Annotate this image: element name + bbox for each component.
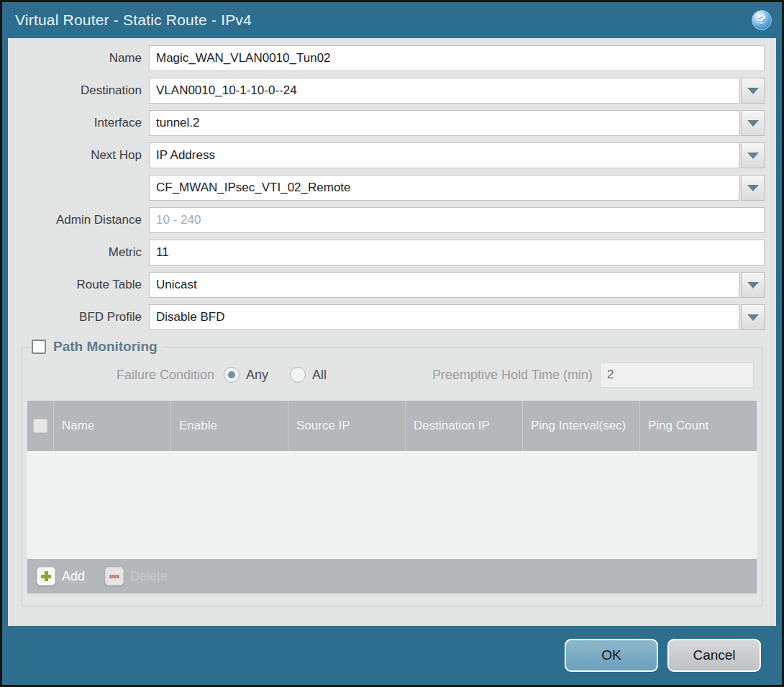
radio-any-label: Any	[246, 368, 268, 383]
dialog-content: Name Destination Interface Next Hop	[8, 38, 776, 626]
interface-dropdown-button[interactable]	[741, 110, 765, 136]
column-header-ping-interval: Ping Interval(sec)	[522, 401, 639, 451]
failure-condition-option-any[interactable]: Any	[224, 367, 268, 383]
next-hop-address-row	[8, 175, 776, 201]
name-row: Name	[8, 45, 776, 71]
table-header: Name Enable Source IP Destination IP Pin…	[27, 401, 757, 451]
chevron-down-icon	[747, 185, 759, 191]
path-monitoring-checkbox[interactable]	[32, 340, 46, 354]
dialog-title: Virtual Router - Static Route - IPv4	[15, 12, 252, 29]
route-table-row: Route Table	[8, 272, 776, 298]
chevron-down-icon	[747, 153, 759, 159]
chevron-down-icon	[747, 88, 759, 94]
table-body-empty	[27, 451, 757, 559]
path-monitoring-title: Path Monitoring	[53, 339, 158, 355]
path-monitoring-table: Name Enable Source IP Destination IP Pin…	[27, 401, 757, 593]
path-monitoring-section: Path Monitoring Failure Condition Any Al…	[22, 339, 762, 606]
metric-input[interactable]	[149, 240, 765, 265]
destination-input[interactable]	[149, 78, 739, 104]
dialog-footer: OK Cancel	[2, 626, 782, 685]
name-label: Name	[8, 51, 149, 65]
destination-row: Destination	[8, 78, 776, 104]
minus-icon	[105, 567, 124, 586]
radio-all-icon[interactable]	[290, 367, 306, 383]
preemptive-hold-time-label: Preemptive Hold Time (min)	[432, 368, 593, 383]
admin-distance-label: Admin Distance	[8, 213, 149, 227]
next-hop-row: Next Hop	[8, 142, 776, 168]
bfd-profile-dropdown-button[interactable]	[741, 304, 765, 330]
radio-any-icon[interactable]	[224, 367, 240, 383]
bfd-profile-label: BFD Profile	[8, 310, 149, 324]
route-table-label: Route Table	[8, 278, 149, 292]
metric-row: Metric	[8, 240, 776, 265]
preemptive-hold-time-input	[600, 363, 754, 388]
chevron-down-icon	[747, 314, 759, 321]
failure-condition-label: Failure Condition	[27, 368, 214, 383]
chevron-down-icon	[747, 282, 759, 288]
delete-button: Delete	[105, 567, 168, 586]
static-route-dialog: Virtual Router - Static Route - IPv4 ? N…	[0, 0, 784, 687]
table-action-bar: Add Delete	[27, 559, 757, 593]
column-header-name: Name	[53, 401, 170, 451]
column-header-source-ip: Source IP	[288, 401, 405, 451]
path-monitoring-legend: Path Monitoring	[29, 339, 164, 355]
bfd-profile-row: BFD Profile	[8, 304, 776, 330]
failure-condition-option-all[interactable]: All	[290, 367, 327, 383]
column-header-enable: Enable	[170, 401, 288, 451]
help-icon[interactable]: ?	[752, 10, 772, 30]
next-hop-label: Next Hop	[8, 148, 149, 163]
radio-all-label: All	[312, 368, 327, 383]
chevron-down-icon	[747, 120, 759, 127]
column-header-ping-count: Ping Count	[639, 401, 757, 451]
destination-dropdown-button[interactable]	[741, 78, 765, 104]
plus-icon	[37, 567, 55, 586]
select-all-checkbox	[33, 419, 47, 433]
title-bar: Virtual Router - Static Route - IPv4 ?	[2, 2, 782, 38]
delete-button-label: Delete	[130, 569, 168, 584]
select-all-column	[27, 401, 53, 451]
admin-distance-row: Admin Distance	[8, 207, 776, 233]
column-header-destination-ip: Destination IP	[405, 401, 522, 451]
ok-button[interactable]: OK	[565, 639, 658, 672]
cancel-button[interactable]: Cancel	[667, 639, 761, 672]
admin-distance-input[interactable]	[149, 207, 765, 233]
add-button-label: Add	[62, 569, 85, 584]
route-table-dropdown-button[interactable]	[741, 272, 765, 298]
next-hop-address-input[interactable]	[149, 175, 739, 201]
add-button[interactable]: Add	[37, 567, 85, 586]
interface-input[interactable]	[149, 110, 739, 136]
failure-condition-radio-group: Any All	[224, 367, 348, 383]
route-table-input[interactable]	[149, 272, 739, 298]
next-hop-address-dropdown-button[interactable]	[741, 175, 765, 201]
name-input[interactable]	[149, 45, 765, 71]
next-hop-type-input[interactable]	[149, 142, 739, 168]
bfd-profile-input[interactable]	[149, 304, 739, 330]
metric-label: Metric	[8, 245, 149, 260]
next-hop-dropdown-button[interactable]	[741, 142, 765, 168]
interface-label: Interface	[8, 116, 149, 130]
path-monitoring-controls: Failure Condition Any All Preemptive Hol…	[27, 362, 757, 388]
interface-row: Interface	[8, 110, 776, 136]
destination-label: Destination	[8, 83, 149, 98]
